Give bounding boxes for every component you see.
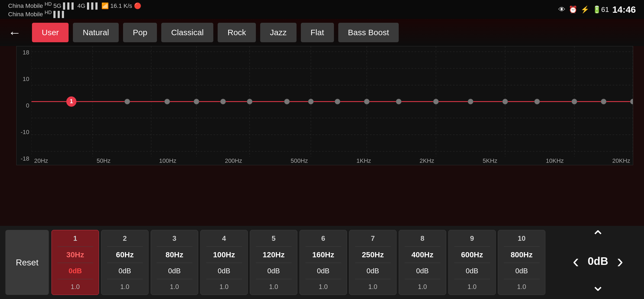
eq-y-axis: 18 10 0 -10 -18 xyxy=(17,46,31,165)
x-label-1khz: 1KHz xyxy=(356,157,371,164)
band-1-divider2 xyxy=(57,263,93,263)
carrier-info: China Mobile HD 5G ▌▌▌ 4G ▌▌▌ 📶 16.1 K/s… xyxy=(8,1,141,18)
svg-point-30 xyxy=(433,99,439,104)
band-7-divider2 xyxy=(355,263,391,263)
band-3-cell[interactable]: 3 80Hz 0dB 1.0 xyxy=(151,230,198,295)
y-label-10: 10 xyxy=(19,76,29,83)
band-7-cell[interactable]: 7 250Hz 0dB 1.0 xyxy=(349,230,397,295)
eye-icon: 👁 xyxy=(558,5,565,14)
band-1-db: 0dB xyxy=(69,267,82,275)
preset-pop-button[interactable]: Pop xyxy=(123,23,157,42)
svg-point-20 xyxy=(125,99,130,104)
band-7-divider3 xyxy=(355,279,391,279)
nav-down-button[interactable]: ⌄ xyxy=(591,277,605,294)
band-1-divider3 xyxy=(57,279,93,279)
back-button[interactable]: ← xyxy=(8,25,21,40)
reset-button[interactable]: Reset xyxy=(5,230,49,295)
eq-chart-inner: 18 10 0 -10 -18 xyxy=(17,46,633,165)
preset-natural-button[interactable]: Natural xyxy=(73,23,119,42)
bands-list: 1 30Hz 0dB 1.0 2 60Hz 0dB 1.0 3 80Hz 0dB… xyxy=(51,230,639,295)
y-label-neg10: -10 xyxy=(19,129,29,136)
time-display: 14:46 xyxy=(612,4,636,15)
x-label-5khz: 5KHz xyxy=(483,157,497,164)
preset-jazz-button[interactable]: Jazz xyxy=(260,23,297,42)
band-5-freq: 120Hz xyxy=(263,251,285,259)
band-9-divider2 xyxy=(454,263,490,263)
preset-user-button[interactable]: User xyxy=(32,23,69,42)
band-5-db: 0dB xyxy=(267,267,280,275)
band-1-divider xyxy=(57,246,93,247)
nav-right-button[interactable]: › xyxy=(617,252,623,271)
svg-point-25 xyxy=(284,99,290,104)
x-label-500hz: 500Hz xyxy=(291,157,308,164)
band-8-divider2 xyxy=(405,263,440,263)
x-label-200hz: 200Hz xyxy=(225,157,242,164)
y-label-18: 18 xyxy=(19,49,29,56)
band-4-divider3 xyxy=(206,279,242,279)
svg-point-21 xyxy=(165,99,170,104)
eq-curve-svg: 1 xyxy=(31,46,633,157)
nav-value-display: 0dB xyxy=(584,255,611,267)
nav-vertical-down: ⌄ xyxy=(591,277,605,294)
band-8-db: 0dB xyxy=(416,267,429,275)
band-7-divider xyxy=(355,246,391,247)
band-6-cell[interactable]: 6 160Hz 0dB 1.0 xyxy=(300,230,347,295)
status-right: 👁 ⏰ ⚡ 🔋61 14:46 xyxy=(558,4,636,15)
svg-text:1: 1 xyxy=(70,98,73,105)
carrier-secondary: China Mobile HD ▌▌▌ xyxy=(8,9,141,18)
band-4-divider2 xyxy=(206,263,242,263)
preset-bass-boost-button[interactable]: Bass Boost xyxy=(338,23,399,42)
band-10-divider xyxy=(504,246,540,247)
nav-controls: ⌃ ‹ 0dB › ⌄ xyxy=(560,229,636,294)
band-6-number: 6 xyxy=(321,234,325,243)
nav-left-button[interactable]: ‹ xyxy=(573,252,579,271)
band-9-cell[interactable]: 9 600Hz 0dB 1.0 xyxy=(448,230,496,295)
y-label-neg18: -18 xyxy=(19,155,29,162)
band-controls: Reset 1 30Hz 0dB 1.0 2 60Hz 0dB 1.0 3 80… xyxy=(0,226,644,299)
band-1-q: 1.0 xyxy=(71,283,80,291)
band-5-divider3 xyxy=(256,279,292,279)
band-7-freq: 250Hz xyxy=(362,251,384,259)
band-4-cell[interactable]: 4 100Hz 0dB 1.0 xyxy=(200,230,248,295)
band-7-db: 0dB xyxy=(366,267,379,275)
band-10-db: 0dB xyxy=(515,267,528,275)
band-3-db: 0dB xyxy=(168,267,181,275)
svg-point-35 xyxy=(601,99,606,104)
carrier-primary: China Mobile HD 5G ▌▌▌ 4G ▌▌▌ 📶 16.1 K/s… xyxy=(8,1,141,9)
band-9-db: 0dB xyxy=(466,267,478,275)
band-9-divider xyxy=(454,246,490,247)
band-8-cell[interactable]: 8 400Hz 0dB 1.0 xyxy=(399,230,446,295)
svg-point-26 xyxy=(308,99,314,104)
preset-rock-button[interactable]: Rock xyxy=(218,23,256,42)
nav-up-button[interactable]: ⌃ xyxy=(591,229,605,245)
svg-point-31 xyxy=(468,99,473,104)
band-8-divider xyxy=(405,246,440,247)
band-10-cell[interactable]: 10 800Hz 0dB 1.0 xyxy=(498,230,545,295)
preset-buttons: UserNaturalPopClassicalRockJazzFlatBass … xyxy=(32,23,399,42)
band-4-divider xyxy=(206,246,242,247)
svg-point-27 xyxy=(335,99,340,104)
band-5-number: 5 xyxy=(272,234,275,243)
band-9-number: 9 xyxy=(470,234,474,243)
band-4-freq: 100Hz xyxy=(213,251,235,259)
band-9-q: 1.0 xyxy=(468,283,476,291)
eq-x-axis: 20Hz 50Hz 100Hz 200Hz 500Hz 1KHz 2KHz 5K… xyxy=(31,157,633,165)
band-2-cell[interactable]: 2 60Hz 0dB 1.0 xyxy=(101,230,149,295)
band-2-number: 2 xyxy=(123,234,127,243)
status-bar: China Mobile HD 5G ▌▌▌ 4G ▌▌▌ 📶 16.1 K/s… xyxy=(0,0,644,19)
band-1-cell[interactable]: 1 30Hz 0dB 1.0 xyxy=(51,230,99,295)
svg-point-23 xyxy=(220,99,226,104)
band-4-number: 4 xyxy=(222,234,226,243)
preset-classical-button[interactable]: Classical xyxy=(161,23,213,42)
band-1-number: 1 xyxy=(73,234,77,243)
band-2-divider3 xyxy=(107,279,143,279)
preset-flat-button[interactable]: Flat xyxy=(301,23,334,42)
eq-chart[interactable]: 18 10 0 -10 -18 xyxy=(16,46,633,165)
svg-point-24 xyxy=(247,99,252,104)
band-5-cell[interactable]: 5 120Hz 0dB 1.0 xyxy=(250,230,297,295)
x-label-10khz: 10KHz xyxy=(546,157,564,164)
band-7-q: 1.0 xyxy=(368,283,377,291)
band-9-freq: 600Hz xyxy=(461,251,483,259)
bluetooth-icon: ⚡ xyxy=(581,5,589,14)
band-2-divider xyxy=(107,246,143,247)
